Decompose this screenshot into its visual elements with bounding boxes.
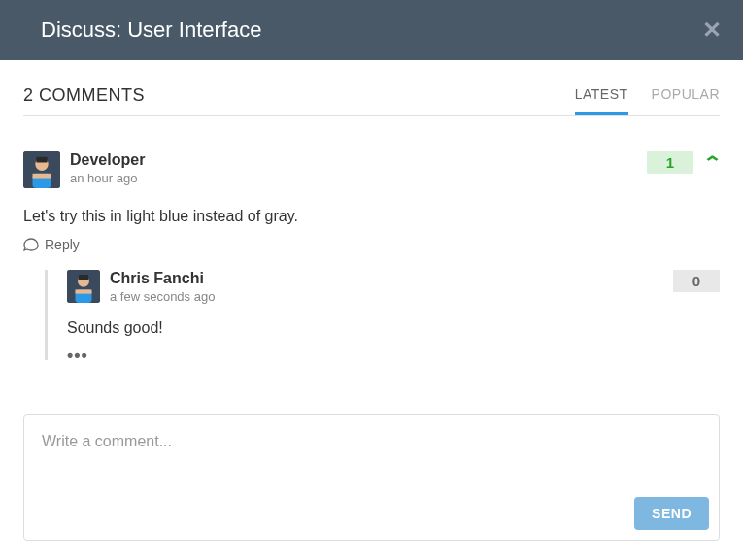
upvote-icon[interactable]: ⌃ — [702, 152, 723, 174]
modal-title: Discuss: User Interface — [41, 17, 261, 43]
comment: Developer an hour ago 1 ⌃ Let's try this… — [23, 151, 720, 360]
avatar-icon — [23, 151, 60, 188]
send-button[interactable]: SEND — [634, 497, 709, 530]
comment-author: Chris Fanchi — [110, 270, 663, 287]
avatar — [23, 151, 60, 188]
reply-label: Reply — [45, 237, 80, 252]
comment-body: Let's try this in light blue instead of … — [23, 206, 720, 227]
vote-controls: 0 — [673, 270, 720, 292]
vote-score: 1 — [647, 151, 693, 174]
reply-button[interactable]: Reply — [23, 237, 720, 252]
svg-rect-2 — [36, 157, 47, 163]
comment-header: Chris Fanchi a few seconds ago 0 — [67, 270, 720, 304]
tabs-row: 2 COMMENTS LATEST POPULAR — [23, 85, 720, 116]
svg-rect-9 — [76, 290, 92, 294]
comment-input[interactable] — [42, 433, 701, 468]
svg-rect-7 — [79, 275, 88, 280]
vote-score: 0 — [673, 270, 720, 292]
comments-count: 2 COMMENTS — [23, 85, 145, 115]
avatar — [67, 270, 100, 303]
comment-meta: Chris Fanchi a few seconds ago — [110, 270, 663, 304]
comment-body: Sounds good! — [67, 317, 720, 339]
avatar-icon — [67, 270, 100, 303]
comment-timestamp: a few seconds ago — [110, 289, 663, 304]
comment-timestamp: an hour ago — [70, 171, 637, 185]
svg-rect-4 — [33, 174, 51, 179]
modal-content: 2 COMMENTS LATEST POPULAR Developer an h… — [0, 60, 743, 560]
tab-latest[interactable]: LATEST — [575, 86, 628, 115]
comment-composer: SEND — [23, 414, 720, 541]
tab-popular[interactable]: POPULAR — [652, 86, 720, 115]
tabs: LATEST POPULAR — [575, 86, 720, 115]
more-icon[interactable]: ••• — [67, 351, 720, 360]
reply-icon — [23, 238, 39, 251]
vote-controls: 1 ⌃ — [647, 151, 720, 174]
comment-header: Developer an hour ago 1 ⌃ — [23, 151, 720, 188]
comment-author: Developer — [70, 151, 637, 169]
comment-meta: Developer an hour ago — [70, 151, 637, 185]
modal-header: Discuss: User Interface ✕ — [0, 0, 743, 60]
close-icon[interactable]: ✕ — [702, 18, 722, 42]
comment-reply: Chris Fanchi a few seconds ago 0 Sounds … — [45, 270, 720, 359]
